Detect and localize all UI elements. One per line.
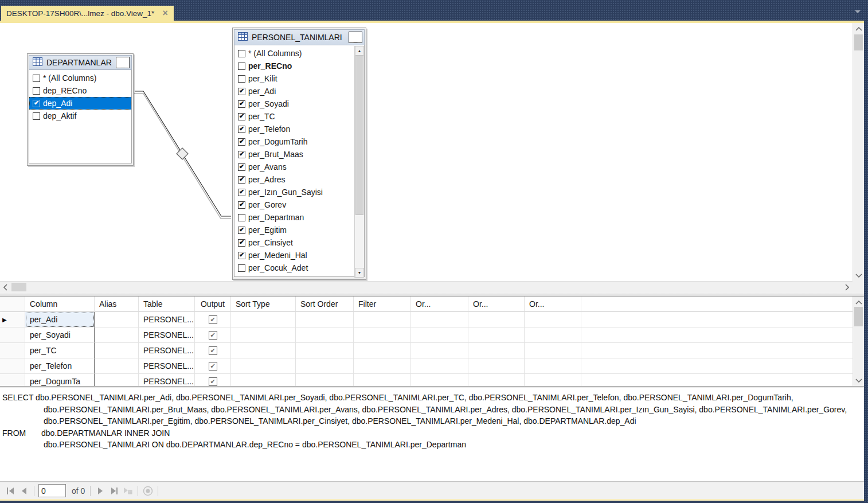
cell-table[interactable]: PERSONEL... [139, 343, 195, 358]
column-checkbox[interactable] [238, 100, 245, 108]
diagram-vertical-scrollbar[interactable] [853, 23, 864, 281]
scroll-left-chevron-icon[interactable] [0, 282, 10, 293]
column-item[interactable]: per_RECno [234, 60, 354, 72]
scroll-up-chevron-icon[interactable] [853, 298, 864, 307]
column-checkbox[interactable] [238, 126, 245, 133]
column-item[interactable]: per_Cocuk_Adet [234, 262, 354, 274]
cell-sort-order[interactable] [296, 358, 354, 374]
scrollbar-thumb[interactable] [854, 307, 863, 326]
column-item[interactable]: dep_RECno [29, 84, 131, 97]
scroll-down-chevron-icon[interactable] [853, 271, 864, 280]
criteria-row[interactable]: ▶ per_Telefon PERSONEL... [0, 358, 853, 374]
column-checkbox[interactable] [238, 176, 245, 184]
column-item[interactable]: per_Soyadi [234, 98, 354, 110]
cell-or-2[interactable] [468, 374, 525, 386]
output-checkbox[interactable] [209, 377, 217, 386]
cell-sort-type[interactable] [231, 358, 296, 374]
table-window-departmanlar[interactable]: DEPARTMANLAR _ * (All Columns) dep_RECno [27, 53, 134, 166]
cell-output[interactable] [195, 327, 231, 343]
scrollbar-thumb[interactable] [355, 56, 363, 215]
column-item[interactable]: * (All Columns) [234, 47, 354, 60]
cell-alias[interactable] [95, 374, 139, 386]
cell-column[interactable]: per_TC [25, 343, 95, 358]
column-checkbox[interactable] [238, 189, 245, 196]
join-diamond-icon[interactable] [177, 148, 188, 159]
cell-column[interactable]: per_Adi [25, 312, 95, 327]
cell-filter[interactable] [354, 327, 411, 343]
scroll-down-chevron-icon[interactable] [853, 376, 864, 385]
cell-table[interactable]: PERSONEL... [139, 312, 195, 327]
pane-splitter[interactable] [0, 293, 864, 297]
cell-alias[interactable] [95, 327, 139, 343]
column-checkbox[interactable] [238, 151, 245, 158]
cell-or-1[interactable] [411, 374, 468, 386]
column-checkbox[interactable] [238, 201, 245, 209]
column-checkbox[interactable] [238, 163, 245, 171]
cell-or-2[interactable] [468, 312, 525, 327]
column-item[interactable]: per_Departman [234, 211, 354, 224]
diagram-horizontal-scrollbar[interactable] [0, 281, 853, 293]
cell-or-2[interactable] [468, 343, 525, 358]
column-checkbox[interactable] [33, 87, 40, 95]
cell-output[interactable] [195, 374, 231, 386]
cell-alias[interactable] [95, 343, 139, 358]
column-item[interactable]: per_Adi [234, 85, 354, 98]
column-checkbox[interactable] [238, 50, 245, 57]
cell-sort-type[interactable] [231, 374, 296, 386]
row-selector-cell[interactable]: ▶ [0, 327, 25, 343]
scroll-right-chevron-icon[interactable] [842, 282, 852, 293]
output-checkbox[interactable] [209, 331, 217, 340]
minimize-button[interactable]: _ [116, 57, 130, 68]
grid-vertical-scrollbar[interactable] [853, 297, 864, 386]
cell-column[interactable]: per_Soyadi [25, 327, 95, 343]
next-record-button[interactable] [95, 485, 106, 497]
column-checkbox[interactable] [238, 264, 245, 272]
cell-filter[interactable] [354, 358, 411, 374]
criteria-row[interactable]: ▶ per_DogumTa PERSONEL... [0, 374, 853, 386]
column-item[interactable]: per_Kilit [234, 72, 354, 85]
cell-or-3[interactable] [525, 343, 581, 358]
cell-filter[interactable] [354, 312, 411, 327]
row-selector-cell[interactable]: ▶ [0, 343, 25, 358]
cell-sort-type[interactable] [231, 312, 296, 327]
cell-alias[interactable] [95, 358, 139, 374]
cell-or-3[interactable] [525, 312, 581, 327]
column-checkbox[interactable] [238, 214, 245, 221]
previous-record-button[interactable] [18, 485, 30, 497]
column-item[interactable]: per_Medeni_Hal [234, 249, 354, 262]
move-to-new-record-button[interactable] [122, 485, 134, 497]
output-checkbox[interactable] [209, 362, 217, 371]
column-item[interactable]: per_Izın_Gun_Sayisi [234, 186, 354, 198]
record-position-input[interactable] [38, 484, 66, 497]
cell-or-2[interactable] [468, 358, 525, 374]
scrollbar-thumb[interactable] [11, 283, 26, 291]
departmanlar-column-list[interactable]: * (All Columns) dep_RECno dep_Adi [29, 70, 132, 163]
column-checkbox[interactable] [238, 113, 245, 120]
cell-or-3[interactable] [525, 374, 581, 386]
departmanlar-titlebar[interactable]: DEPARTMANLAR _ [29, 55, 132, 70]
cell-output[interactable] [195, 343, 231, 358]
column-item[interactable]: dep_Adi [29, 97, 131, 110]
column-item[interactable]: per_Egitim [234, 224, 354, 236]
personel-titlebar[interactable]: PERSONEL_TANIMLARI _ [234, 29, 365, 45]
cell-alias[interactable] [95, 312, 139, 327]
cell-table[interactable]: PERSONEL... [139, 327, 195, 343]
cell-sort-order[interactable] [296, 343, 354, 358]
cell-sort-type[interactable] [231, 327, 296, 343]
column-item[interactable]: per_Adres [234, 173, 354, 186]
column-item[interactable]: per_TC [234, 110, 354, 123]
criteria-row[interactable]: ▶ per_Soyadi PERSONEL... [0, 327, 853, 343]
first-record-button[interactable] [5, 485, 16, 497]
document-tab[interactable]: DESKTOP-17SH00R\...lmez - dbo.View_1* × [1, 6, 174, 21]
cell-sort-order[interactable] [296, 374, 354, 386]
output-checkbox[interactable] [209, 315, 217, 324]
personel-column-list[interactable]: * (All Columns) per_RECno per_Kilit [234, 45, 365, 277]
column-checkbox[interactable] [238, 227, 245, 234]
column-item[interactable]: per_Telefon [234, 123, 354, 135]
tab-list-chevron-down-icon[interactable] [854, 6, 861, 15]
cell-column[interactable]: per_Telefon [25, 358, 95, 374]
cell-or-3[interactable] [525, 327, 581, 343]
column-checkbox[interactable] [238, 75, 245, 83]
cell-column[interactable]: per_DogumTa [25, 374, 95, 386]
cell-sort-order[interactable] [296, 312, 354, 327]
